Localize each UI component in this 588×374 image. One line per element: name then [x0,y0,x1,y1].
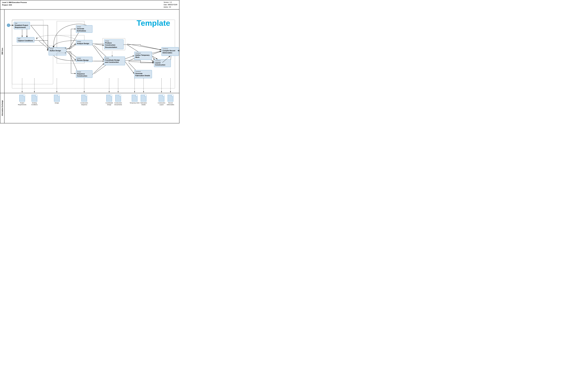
page: Level 1: BIM Execution Process Project: … [0,0,179,123]
doc-construction-docs: Construction Docuements [113,95,123,106]
doc-icon-project-req [19,95,25,101]
header-title: Level 1: BIM Execution Process Project: … [2,1,27,6]
process-sequence-construction[interactable]: Design SequenceConstruction [76,70,92,78]
doc-icon-construction-seq [81,95,87,101]
doc-icon-construction-docs [115,95,121,101]
doc-label-temporary-work: Temporary Work [130,102,139,104]
bim-uses-section: Plan Establish ProjectRequirements Plan … [4,10,179,93]
process-layout-construction[interactable]: Construct LayoutConstruction [154,59,171,67]
doc-icon-existing-cond [32,95,37,101]
bim-uses-label: BIM Uses [0,10,4,93]
doc-label-project-req: Project Requirements [17,102,27,106]
doc-design: Design [52,95,62,104]
doc-label-construction-seq: Construction Sequence [79,102,89,106]
doc-label-fabrication-details: Fabrication Details [138,102,149,106]
diagram-area: Template [4,10,179,123]
info-exchange-section: Project Requirements Existing Conditions… [4,93,179,123]
left-labels: BIM Uses Information Exchange [0,10,4,123]
title-line1: Level 1: BIM Execution Process [2,1,27,4]
doc-label-existing-cond: Existing Conditions [29,102,40,106]
info-exchange-label: Information Exchange [0,93,4,123]
doc-construction-seq: Construction Sequence [79,95,89,106]
doc-icon-temporary-work [132,95,137,101]
doc-icon-coordinated-design [106,95,112,101]
process-review-design[interactable]: Design Review Design [76,57,92,62]
doc-label-construction-docs: Construction Docuements [113,102,123,106]
doc-existing-cond: Existing Conditions [29,95,40,106]
header-meta: Version:1.0 Date:MM/DD/YEAR Author:XX [164,1,177,8]
process-author-temporary[interactable]: Construct Author TemporaryWork [134,52,152,60]
doc-label-design: Design [55,102,59,104]
content-area: BIM Uses Information Exchange Template [0,10,179,123]
process-generate-estimate[interactable]: Design GenerateEstimate(s) [76,25,92,33]
doc-fabrication-details: Fabrication Details [138,95,149,106]
doc-icon-design [54,95,60,101]
process-coordinate[interactable]: Design Coordinate Designand Construction [104,57,125,65]
dashed-produce [103,38,125,50]
doc-project-req: Project Requirements [17,95,27,106]
title-line2: Project: XXX [2,4,27,6]
doc-record-deliverables: Record Deliverables [165,95,176,106]
end-circle [179,49,179,52]
header: Level 1: BIM Execution Process Project: … [0,0,179,10]
doc-icon-fabrication-details [141,95,147,101]
process-compile-record[interactable]: Construct Compile RecordDeliverables [161,47,179,56]
start-circle [7,24,10,27]
process-analyze-design[interactable]: Design Analyze Design [76,40,92,45]
process-generate-fabrication[interactable]: Construct GenerateFabrication Details [134,70,152,78]
doc-icon-record-deliverables [168,95,173,101]
doc-icon-construction-layout [159,95,164,101]
doc-label-record-deliverables: Record Deliverables [165,102,176,106]
